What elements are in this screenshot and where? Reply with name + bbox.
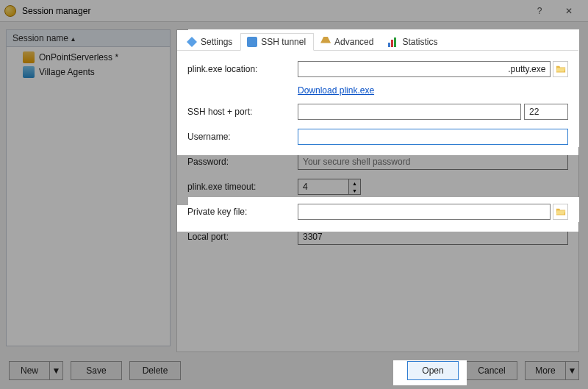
server-icon [23,66,35,78]
window-title: Session manager [22,6,525,16]
save-button[interactable]: Save [71,361,122,380]
ssh-host-input[interactable] [298,104,521,120]
session-list: OnPointServerless * Village Agents [6,47,171,346]
private-key-input[interactable] [298,204,551,220]
database-icon [23,51,35,63]
row-private-key: Private key file: [187,201,568,223]
more-button[interactable]: More [525,361,566,380]
folder-open-icon [556,207,566,217]
timeout-label: plink.exe timeout: [187,182,298,192]
browse-private-key-button[interactable] [553,204,568,220]
tab-bar: Settings SSH tunnel Advanced Statistics [177,30,578,51]
tab-label: Statistics [402,37,437,47]
browse-plink-button[interactable] [553,61,568,77]
row-timeout: plink.exe timeout: ▲ ▼ [187,176,568,198]
download-plink-link[interactable]: Download plink.exe [298,85,374,96]
session-item-label: Village Agents [39,67,95,77]
session-item[interactable]: OnPointServerless * [7,50,170,65]
open-button[interactable]: Open [407,361,459,380]
more-dropdown[interactable]: ▼ [566,361,579,380]
plink-location-label: plink.exe location: [187,64,298,74]
shield-icon [247,37,257,47]
username-label: Username: [187,132,298,142]
ssh-tunnel-form: plink.exe location: Download plink.exe [177,51,578,258]
title-bar: Session manager ? ✕ [0,0,588,22]
session-item-label: OnPointServerless * [39,52,118,63]
tab-label: Advanced [334,37,373,47]
plink-location-input[interactable] [298,61,551,77]
footer: New ▼ Save Delete Open Cancel More ▼ [0,352,588,389]
row-password: Password: [187,151,568,173]
username-input[interactable] [298,129,568,145]
cancel-button[interactable]: Cancel [466,361,517,380]
bar-chart-icon [388,37,398,47]
local-port-label: Local port: [187,232,298,242]
app-icon [4,5,16,17]
new-dropdown[interactable]: ▼ [50,361,63,380]
ssh-host-label: SSH host + port: [187,107,298,117]
row-ssh-host: SSH host + port: [187,101,568,123]
spin-up-icon[interactable]: ▲ [349,179,360,187]
local-port-input[interactable] [298,229,568,245]
wrench-icon [187,37,197,47]
folder-open-icon [556,64,566,74]
spin-down-icon[interactable]: ▼ [349,187,360,194]
session-panel: Session name ▴ OnPointServerless * Villa… [0,22,176,352]
session-list-header[interactable]: Session name ▴ [6,29,171,47]
tab-ssh-tunnel[interactable]: SSH tunnel [240,33,314,51]
password-input[interactable] [298,154,568,170]
timeout-spinner[interactable]: ▲ ▼ [349,179,361,195]
help-button[interactable]: ? [525,0,554,22]
timeout-input[interactable] [298,179,349,195]
new-button[interactable]: New [9,361,50,380]
row-download-link: Download plink.exe [187,83,568,98]
close-button[interactable]: ✕ [554,0,584,22]
delete-button[interactable]: Delete [129,361,181,380]
tab-settings[interactable]: Settings [180,33,240,51]
tab-statistics[interactable]: Statistics [381,33,445,51]
more-button-group: More ▼ [525,361,579,380]
row-local-port: Local port: [187,226,568,248]
session-header-label: Session name [12,33,68,43]
private-key-label: Private key file: [187,207,298,217]
row-plink-location: plink.exe location: [187,58,568,80]
row-username: Username: [187,126,568,148]
tab-label: Settings [201,37,232,47]
password-label: Password: [187,157,298,167]
tab-advanced[interactable]: Advanced [314,33,381,51]
sort-asc-icon: ▴ [71,35,75,43]
new-button-group: New ▼ [9,361,63,380]
ssh-port-input[interactable] [524,104,568,120]
tab-label: SSH tunnel [261,37,306,47]
wrench-icon [320,37,331,47]
session-item[interactable]: Village Agents [7,65,170,79]
